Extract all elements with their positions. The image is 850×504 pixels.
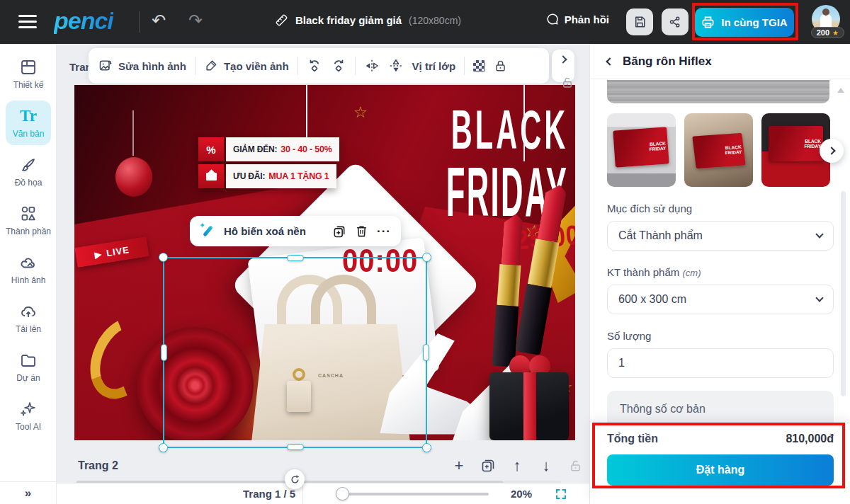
sidebar-item-upload[interactable]: Tải lên: [0, 294, 57, 343]
envelope-icon: [206, 173, 217, 181]
folder-icon: [19, 351, 38, 370]
rotate-left-button[interactable]: [307, 58, 322, 74]
size-select[interactable]: 600 x 300 cm: [607, 285, 834, 314]
purpose-select[interactable]: Cắt Thành phẩm: [607, 221, 834, 251]
duplicate-button[interactable]: [332, 224, 346, 239]
back-icon[interactable]: [606, 57, 613, 65]
text-icon: Tr: [19, 107, 38, 125]
page-indicator: Trang 1 / 5: [243, 488, 295, 500]
resize-handle[interactable]: [161, 344, 167, 361]
unlock-icon[interactable]: [561, 76, 574, 89]
sidebar-item-components[interactable]: Thành phần: [0, 196, 57, 245]
share-button[interactable]: [662, 8, 688, 35]
divider: [139, 11, 140, 33]
magic-wand-icon: [200, 224, 215, 239]
countdown-left: 00:00: [342, 243, 418, 280]
star-icon: ★: [832, 29, 839, 37]
sidebar-item-projects[interactable]: Dự án: [0, 343, 57, 391]
percent-icon: %: [206, 144, 215, 156]
rotate-right-icon: [331, 58, 346, 74]
page-actions: + ↑ ↓: [450, 457, 584, 474]
vertical-scrollbar[interactable]: [841, 191, 846, 396]
resize-handle[interactable]: [159, 253, 168, 262]
specs-section-header[interactable]: Thông số cơ bản: [607, 391, 834, 423]
zoom-slider[interactable]: [341, 493, 489, 496]
resize-handle[interactable]: [287, 255, 304, 261]
add-page-button[interactable]: +: [450, 457, 468, 474]
sidebar-expand-button[interactable]: »: [0, 481, 56, 504]
edit-image-button[interactable]: Sửa hình ảnh: [98, 59, 186, 73]
quantity-field[interactable]: [607, 348, 834, 378]
create-border-button[interactable]: Tạo viền ảnh: [204, 59, 289, 73]
redo-icon[interactable]: ↷: [188, 10, 203, 31]
save-button[interactable]: [626, 8, 653, 35]
move-up-button[interactable]: ↑: [509, 457, 526, 474]
print-with-tgia-button[interactable]: In cùng TGIA: [695, 8, 794, 37]
divider: [355, 57, 356, 75]
share-icon: [669, 16, 681, 28]
more-options-button[interactable]: ···: [377, 224, 391, 239]
sidebar-item-tool-ai[interactable]: Tool AI: [0, 391, 57, 440]
delete-button[interactable]: [355, 224, 368, 238]
order-footer: Tổng tiền 810,000đ Đặt hàng: [590, 423, 850, 504]
topbar: penci ↶ ↷ Black friday giảm giá (120x80c…: [0, 0, 850, 44]
page2-label[interactable]: Trang 2: [78, 459, 118, 472]
resize-handle[interactable]: [159, 443, 168, 452]
promo-tag-offer: ƯU ĐÃI: MUA 1 TẶNG 1: [198, 164, 336, 188]
document-title[interactable]: Black friday giảm giá: [295, 14, 402, 26]
feedback-button[interactable]: Phản hồi: [546, 13, 609, 25]
document-title-group: Black friday giảm giá (120x80cm): [275, 13, 461, 27]
shapes-icon: [19, 205, 38, 223]
zoom-slider-handle[interactable]: [336, 487, 349, 500]
credits-badge[interactable]: 200 ★: [811, 27, 844, 38]
flip-vertical-icon: [388, 58, 404, 74]
unlock-page-icon[interactable]: [567, 457, 584, 474]
image-icon: [19, 253, 38, 272]
mockup-thumbnails: BLACK FRIDAY BLACK FRIDAY BLACK FRIDAY: [607, 113, 834, 187]
remove-background-button[interactable]: Hô biến xoá nền: [224, 225, 324, 237]
resize-handle[interactable]: [423, 344, 429, 361]
chevron-right-icon: [559, 55, 567, 63]
statusbar: Trang 1 / 5 20%: [57, 483, 589, 504]
sidebar-item-graphics[interactable]: Đồ họa: [0, 147, 57, 196]
resize-handle[interactable]: [422, 443, 431, 452]
undo-icon[interactable]: ↶: [152, 10, 166, 31]
fullscreen-button[interactable]: [555, 488, 567, 500]
total-row: Tổng tiền 810,000đ: [607, 433, 834, 445]
sidebar-item-images[interactable]: Hình ảnh: [0, 245, 57, 294]
sidebar-item-text[interactable]: Tr Văn bản: [0, 98, 57, 147]
next-thumbnails-button[interactable]: [820, 139, 844, 163]
transparency-icon[interactable]: [473, 60, 485, 72]
quantity-input[interactable]: [618, 357, 822, 370]
hanging-string: [523, 85, 525, 161]
flip-horizontal-icon: [364, 58, 380, 74]
quantity-label: Số lượng: [607, 330, 834, 342]
resize-handle[interactable]: [422, 253, 431, 262]
upload-cloud-icon: [19, 302, 38, 321]
chevron-down-icon: [815, 230, 823, 238]
lock-button[interactable]: [494, 59, 507, 73]
duplicate-page-button[interactable]: [480, 457, 497, 474]
sidebar-item-design[interactable]: Thiết kế: [0, 50, 57, 98]
order-panel: Băng rôn Hiflex BLACK FRIDAY BLACK FRIDA…: [589, 44, 850, 504]
chevron-down-icon: [815, 294, 823, 302]
hamburger-menu-icon[interactable]: [18, 15, 37, 29]
penci-logo: penci: [54, 7, 113, 35]
flip-vertical-button[interactable]: [388, 58, 404, 74]
design-canvas-page[interactable]: BLACK FRIDAY ☆ ☆ ☆ ☆ ☆ ☆ % GIẢM ĐẾN: 30 …: [74, 85, 575, 440]
rotate-handle[interactable]: [285, 469, 305, 489]
mockup-thumbnail[interactable]: BLACK FRIDAY: [607, 113, 676, 187]
mockup-preview-image[interactable]: [607, 80, 829, 103]
rotate-right-button[interactable]: [331, 58, 346, 74]
mockup-thumbnail[interactable]: BLACK FRIDAY: [684, 113, 753, 187]
scroll-up-arrow[interactable]: [837, 88, 844, 93]
order-button[interactable]: Đặt hàng: [607, 454, 834, 486]
move-down-button[interactable]: ↓: [538, 457, 555, 474]
feedback-label: Phản hồi: [565, 13, 609, 25]
layer-position-button[interactable]: Vị trí lớp: [412, 60, 456, 72]
flip-horizontal-button[interactable]: [364, 58, 380, 74]
print-button-label: In cùng TGIA: [721, 16, 787, 28]
lock-icon: [494, 59, 507, 73]
divider: [298, 57, 298, 75]
resize-handle[interactable]: [287, 444, 304, 450]
